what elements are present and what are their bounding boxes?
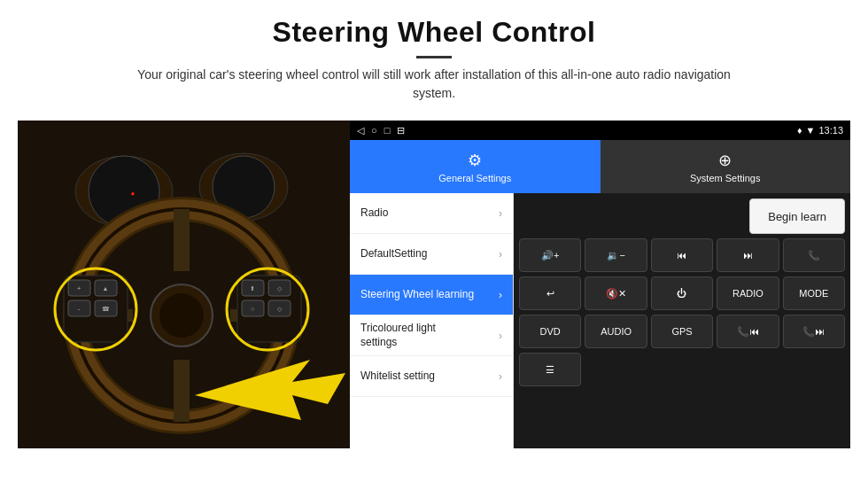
phone-button[interactable]: 📞 [783,238,845,272]
header-divider [416,56,452,58]
menu-item-radio[interactable]: Radio › [350,193,513,234]
menu-item-default-label: DefaultSetting [360,247,427,261]
next-track-icon: ⏭ [743,250,753,261]
right-controls: Begin learn 🔊+ 🔉− ⏮ ⏭ 📞 ↩ 🔇✕ ⏻ RADIO MOD [514,193,850,448]
gps-button[interactable]: GPS [651,315,713,348]
svg-text:☎: ☎ [102,306,110,312]
gps-label: GPS [671,326,692,337]
radio-label: RADIO [732,288,763,299]
prev-track-button[interactable]: ⏮ [651,238,713,272]
android-panel: ◁ ○ □ ⊟ ♦ ▼ 13:13 ⚙ General Settings ⊕ S… [350,121,850,448]
location-icon: ♦ [797,125,802,136]
general-settings-icon: ⚙ [468,151,482,170]
power-button[interactable]: ⏻ [651,276,713,310]
hang-up-icon: ↩ [546,288,554,300]
home-icon[interactable]: ○ [371,125,377,136]
tab-bar: ⚙ General Settings ⊕ System Settings [350,140,850,193]
tab-system[interactable]: ⊕ System Settings [601,140,851,193]
tab-system-label: System Settings [690,173,760,183]
vol-up-icon: 🔊+ [541,250,559,261]
menu-item-default[interactable]: DefaultSetting › [350,234,513,275]
menu-item-steering[interactable]: Steering Wheel learning › [350,275,513,315]
phone-next-button[interactable]: 📞⏭ [783,315,845,348]
status-bar-left: ◁ ○ □ ⊟ [357,125,405,136]
mute-button[interactable]: 🔇✕ [585,276,647,310]
menu-item-tricoloured[interactable]: Tricoloured lightsettings › [350,315,513,356]
prev-track-icon: ⏮ [677,250,686,261]
steering-wheel-bg: ● + ▲ - [18,121,350,448]
svg-text:●: ● [131,190,136,198]
radio-button[interactable]: RADIO [717,276,779,310]
mode-label: MODE [799,288,828,299]
svg-text:▲: ▲ [103,285,109,292]
menu-arrow-default: › [499,248,502,261]
phone-next-icon: 📞⏭ [802,326,825,338]
steering-wheel-svg: ● + ▲ - [18,121,350,448]
control-row-1: 🔊+ 🔉− ⏮ ⏭ 📞 [519,238,845,272]
header-description: Your original car's steering wheel contr… [124,66,744,103]
dvd-label: DVD [540,326,561,337]
list-icon: ☰ [546,364,554,376]
menu-arrow-tricoloured: › [499,330,502,342]
menu-item-whitelist[interactable]: Whitelist setting › [350,356,513,397]
svg-text:⬆: ⬆ [250,285,255,292]
svg-point-14 [159,293,204,338]
back-icon[interactable]: ◁ [357,125,364,136]
vol-up-button[interactable]: 🔊+ [519,238,581,272]
control-row-4: ☰ [519,353,845,386]
mode-button[interactable]: MODE [783,276,845,310]
begin-learn-row: Begin learn [519,198,845,234]
left-menu: Radio › DefaultSetting › Steering Wheel … [350,193,514,448]
menu-item-steering-label: Steering Wheel learning [360,288,474,302]
menu-item-radio-label: Radio [360,206,388,221]
car-image: ● + ▲ - [18,121,350,448]
menu-arrow-radio: › [499,207,502,220]
signal-icon: ▼ [806,125,816,136]
begin-learn-button[interactable]: Begin learn [749,198,845,234]
list-button[interactable]: ☰ [519,353,581,386]
page-header: Steering Wheel Control Your original car… [0,0,868,112]
content-area: ● + ▲ - [18,121,850,448]
audio-label: AUDIO [601,326,632,337]
page-title: Steering Wheel Control [35,16,833,49]
svg-text:+: + [77,284,81,292]
recents-icon[interactable]: □ [384,125,391,136]
clock: 13:13 [818,125,843,136]
menu-item-whitelist-label: Whitelist setting [360,370,435,384]
svg-text:○: ○ [251,306,254,312]
menu-arrow-steering: › [499,289,502,301]
control-row-3: DVD AUDIO GPS 📞⏮ 📞⏭ [519,315,845,348]
hang-up-button[interactable]: ↩ [519,276,581,310]
tab-general[interactable]: ⚙ General Settings [350,140,601,193]
vol-down-icon: 🔉− [607,250,624,261]
main-split: Radio › DefaultSetting › Steering Wheel … [350,193,850,448]
vol-down-button[interactable]: 🔉− [585,238,647,272]
status-bar-right: ♦ ▼ 13:13 [797,125,843,136]
svg-text:-: - [78,305,81,313]
dvd-button[interactable]: DVD [519,315,581,348]
status-bar: ◁ ○ □ ⊟ ♦ ▼ 13:13 [350,121,850,140]
control-row-2: ↩ 🔇✕ ⏻ RADIO MODE [519,276,845,310]
screenshot-icon[interactable]: ⊟ [397,125,405,136]
mute-icon: 🔇✕ [606,288,626,300]
phone-icon: 📞 [808,250,820,261]
phone-prev-button[interactable]: 📞⏮ [717,315,779,348]
menu-arrow-whitelist: › [499,370,502,383]
next-track-button[interactable]: ⏭ [717,238,779,272]
power-icon: ⏻ [677,288,686,299]
phone-prev-icon: 📞⏮ [737,326,759,338]
audio-button[interactable]: AUDIO [585,315,647,348]
menu-item-tricoloured-label: Tricoloured lightsettings [360,322,436,349]
tab-general-label: General Settings [438,173,511,183]
system-settings-icon: ⊕ [718,151,732,170]
